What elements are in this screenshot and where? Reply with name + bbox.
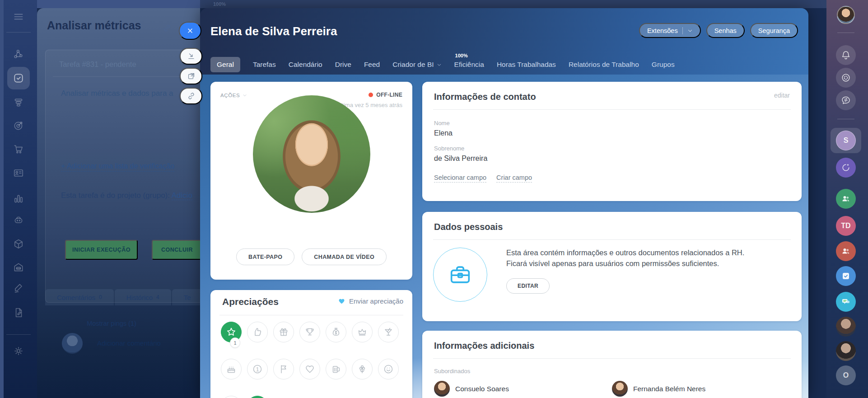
appreciations-card: Apreciações Enviar apreciação 1: [210, 290, 412, 398]
extra-green-badge[interactable]: [247, 396, 268, 398]
send-appreciation-link[interactable]: Enviar apreciação: [338, 297, 403, 305]
flag-badge[interactable]: [273, 359, 294, 379]
gift-badge[interactable]: [273, 322, 294, 342]
contact-card-header: Informações de contato editar: [422, 82, 802, 102]
complete-button[interactable]: CONCLUIR: [152, 240, 202, 260]
select-field-link[interactable]: Selecionar campo: [434, 174, 486, 183]
show-pings-link[interactable]: Mostrar pings (1): [37, 320, 186, 327]
chat-td-avatar[interactable]: TD: [833, 216, 859, 236]
tab-time[interactable]: Te: [172, 289, 203, 305]
thumbs-up-badge[interactable]: [247, 322, 268, 342]
subordinate-item[interactable]: Consuelo Soares: [434, 381, 612, 397]
money-bag-icon: [331, 327, 341, 337]
edit-link[interactable]: editar: [774, 92, 790, 99]
tab-criador-bi[interactable]: Criador de BI: [392, 61, 441, 69]
tab-eficiencia[interactable]: 100% Eficiência: [454, 61, 484, 69]
add-comment-placeholder[interactable]: Adicionar comentário: [97, 339, 161, 347]
appreciations-title: Apreciações: [222, 296, 279, 307]
assistant-robot-icon[interactable]: [13, 214, 24, 226]
number-one-badge[interactable]: 1: [247, 359, 268, 379]
open-new-window-button[interactable]: [180, 68, 202, 84]
id-card-icon[interactable]: [13, 167, 24, 179]
tab-relatorios[interactable]: Relatórios de Trabalho: [569, 61, 639, 69]
star-badge[interactable]: 1: [221, 322, 242, 342]
trophy-badge[interactable]: [299, 322, 320, 342]
close-slider-button[interactable]: [179, 22, 201, 40]
background-efficiency-badge: 100%: [213, 1, 226, 7]
heart-badge[interactable]: [299, 359, 320, 379]
extensions-button[interactable]: Extensões: [639, 23, 701, 38]
cocktail-badge[interactable]: [378, 322, 399, 342]
settings-gear-icon[interactable]: [13, 345, 24, 357]
user-photo: [837, 6, 855, 24]
subordinate-item[interactable]: Fernanda Belém Neres: [612, 381, 790, 397]
flower-badge[interactable]: [352, 359, 373, 379]
chat-button[interactable]: BATE-PAPO: [236, 248, 294, 265]
actions-menu[interactable]: AÇÕES: [220, 93, 247, 98]
contact-avatar-1[interactable]: [833, 317, 859, 337]
tab-calendario[interactable]: Calendário: [289, 61, 322, 69]
beer-badge[interactable]: [326, 359, 346, 379]
video-call-button[interactable]: CHAMADA DE VÍDEO: [302, 248, 387, 265]
tab-geral[interactable]: Geral: [210, 57, 240, 72]
copy-link-button[interactable]: [180, 88, 202, 104]
smiley-badge[interactable]: [378, 359, 399, 379]
field-label-nome: Nome: [434, 120, 790, 126]
create-field-link[interactable]: Criar campo: [496, 174, 532, 183]
tab-grupos[interactable]: Grupos: [652, 61, 675, 69]
profile-avatar[interactable]: [253, 95, 370, 213]
chats-button[interactable]: [833, 292, 859, 312]
network-icon[interactable]: [13, 48, 24, 60]
tab-tarefas[interactable]: Tarefas: [253, 61, 276, 69]
package-icon[interactable]: [13, 238, 24, 250]
cart-icon[interactable]: [13, 143, 24, 155]
support-button[interactable]: [833, 68, 859, 88]
start-execution-button[interactable]: INICIAR EXECUÇÃO: [65, 240, 138, 260]
security-button[interactable]: Segurança: [750, 23, 798, 38]
contact-avatar-2[interactable]: [833, 341, 859, 361]
messenger-button[interactable]: [833, 90, 859, 110]
workspace-tile[interactable]: S: [831, 128, 861, 153]
bar-chart-icon[interactable]: [13, 193, 24, 205]
people-icon: [840, 246, 851, 257]
money-bag-badge[interactable]: [326, 322, 346, 342]
sign-pencil-icon[interactable]: [13, 282, 24, 294]
sidebar-divider: [6, 334, 31, 335]
briefcase-icon: [447, 262, 473, 288]
task-project-link[interactable]: Adicio: [172, 191, 192, 200]
funnel-icon[interactable]: [13, 97, 24, 108]
close-icon: [187, 27, 194, 34]
add-checklist-link[interactable]: + Adicionar uma lista de verificação: [61, 162, 174, 172]
header-buttons: Extensões Senhas Segurança: [639, 23, 798, 38]
tab-horas-trabalhadas[interactable]: Horas Trabalhadas: [497, 61, 556, 69]
chat-o-avatar[interactable]: O: [833, 365, 859, 385]
copilot-button[interactable]: [833, 158, 859, 178]
notifications-button[interactable]: [833, 45, 859, 65]
cake-badge[interactable]: [221, 359, 242, 379]
tab-drive[interactable]: Drive: [335, 61, 351, 69]
smiley-icon: [383, 364, 394, 375]
group-chat-green[interactable]: [833, 189, 859, 209]
tasks-chat[interactable]: [833, 266, 859, 286]
target-icon[interactable]: [13, 120, 24, 131]
tab-comments[interactable]: Comentários 0: [45, 289, 114, 305]
extra-badge[interactable]: [221, 396, 242, 398]
group-chat-red[interactable]: [833, 241, 859, 261]
sidebar-item-tasks-active[interactable]: [7, 67, 30, 89]
menu-icon[interactable]: [13, 11, 24, 23]
crown-badge[interactable]: [352, 322, 373, 342]
tab-history[interactable]: Histórico 4: [115, 289, 171, 305]
personal-card-header: Dados pessoais: [422, 212, 802, 232]
chevron-down-icon: [687, 28, 693, 33]
task-link-icon[interactable]: [163, 23, 172, 33]
current-user-avatar[interactable]: [833, 6, 859, 24]
tab-feed[interactable]: Feed: [364, 61, 380, 69]
right-edge-strip: [859, 0, 868, 398]
document-edit-icon[interactable]: [13, 307, 24, 318]
collapse-slider-button[interactable]: [180, 48, 202, 65]
support-icon: [840, 72, 851, 83]
subordinate-avatar: [612, 381, 628, 397]
editar-button[interactable]: EDITAR: [506, 278, 550, 294]
passwords-button[interactable]: Senhas: [706, 23, 745, 38]
warehouse-icon[interactable]: [13, 262, 24, 273]
